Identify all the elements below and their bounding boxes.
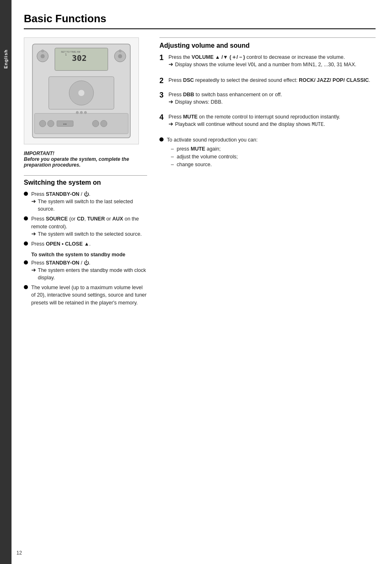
step-4-content: Press MUTE on the remote control to inte…: [168, 113, 376, 130]
step-2-content: Press DSC repeatedly to select the desir…: [168, 77, 376, 84]
dash-item-1: press MUTE again;: [171, 145, 258, 153]
standby-bullet-2-text: The volume level (up to a maximum volume…: [31, 284, 147, 306]
switch-bullet-2-arrow: ➜ The system will switch to the selected…: [31, 230, 147, 238]
activate-bullet-dot: [159, 137, 164, 142]
svg-point-25: [84, 111, 87, 114]
switch-bullet-3: Press OPEN • CLOSE ▲.: [24, 240, 147, 248]
arrow-icon-3: ➜: [31, 267, 36, 274]
adjusting-heading: Adjusting volume and sound: [159, 42, 376, 49]
language-tab: English: [0, 0, 12, 564]
arrow-icon-s4: ➜: [168, 121, 173, 128]
switch-bullet-2: Press SOURCE (or CD, TUNER or AUX on the…: [24, 215, 147, 237]
step-3: 3 Press DBB to switch bass enhancement o…: [159, 91, 376, 107]
svg-point-10: [119, 50, 121, 52]
arrow-icon-1: ➜: [31, 198, 36, 205]
arrow-icon-s1: ➜: [168, 61, 173, 68]
step-3-content: Press DBB to switch bass enhancement on …: [168, 91, 376, 107]
svg-point-6: [41, 54, 45, 58]
svg-text:1: 1: [65, 53, 67, 56]
main-content: Basic Functions 302 SET TO TIME AM: [12, 0, 392, 564]
step-1: 1 Press the VOLUME ▲ /▼ (＋/－) control to…: [159, 53, 376, 71]
svg-text:302: 302: [72, 53, 87, 63]
bullet-dot-2: [24, 216, 28, 220]
device-illustration: 302 SET TO TIME AM 1 PHILIPS MICRO: [24, 38, 138, 144]
dash-item-3: change source.: [171, 161, 258, 169]
svg-point-15: [78, 90, 85, 96]
section-divider-1: [24, 175, 147, 176]
step-1-content: Press the VOLUME ▲ /▼ (＋/－) control to d…: [168, 53, 376, 71]
svg-point-7: [42, 50, 44, 52]
page-title: Basic Functions: [24, 12, 376, 29]
page-container: English Basic Functions 302: [0, 0, 392, 564]
two-column-layout: 302 SET TO TIME AM 1 PHILIPS MICRO: [24, 37, 376, 309]
svg-point-9: [118, 54, 122, 58]
activate-intro: To activate sound reproduction you can:: [167, 136, 258, 144]
step-2-num: 2: [159, 77, 168, 86]
section-divider-right-top: [159, 37, 376, 38]
important-title: IMPORTANT!: [24, 151, 147, 156]
standby-bullet-dot-1: [24, 260, 28, 265]
dash-item-2: adjust the volume controls;: [171, 153, 258, 161]
standby-bullet-2: The volume level (up to a maximum volume…: [24, 284, 147, 306]
standby-bullet-1: Press STANDBY-ON / ⏻. ➜ The system enter…: [24, 259, 147, 281]
page-number: 12: [16, 550, 22, 556]
svg-text:■ ■: ■ ■: [64, 123, 67, 125]
bullet-dot-1: [24, 192, 28, 196]
step-1-arrow: ➜ Display shows the volume level VOL and…: [168, 61, 376, 69]
arrow-icon-2: ➜: [31, 230, 36, 237]
switch-bullet-1-arrow: ➜ The system will switch to the last sel…: [31, 198, 147, 213]
step-2: 2 Press DSC repeatedly to select the des…: [159, 77, 376, 86]
important-body: Before you operate the system, complete …: [24, 156, 147, 168]
language-label: English: [3, 49, 8, 69]
svg-point-18: [48, 120, 54, 127]
device-image: 302 SET TO TIME AM 1 PHILIPS MICRO: [24, 37, 139, 144]
switch-bullet-3-text: Press OPEN • CLOSE ▲.: [31, 240, 91, 248]
standby-subheading: To switch the system to standby mode: [31, 252, 147, 258]
left-column: 302 SET TO TIME AM 1 PHILIPS MICRO: [24, 37, 147, 309]
switch-bullet-1: Press STANDBY-ON / ⏻. ➜ The system will …: [24, 190, 147, 213]
switching-heading: Switching the system on: [24, 179, 147, 186]
standby-bullet-1-arrow: ➜ The system enters the standby mode wit…: [31, 267, 147, 281]
svg-point-22: [101, 120, 107, 127]
svg-point-24: [80, 111, 83, 114]
step-4-num: 4: [159, 113, 168, 122]
standby-bullet-dot-2: [24, 285, 28, 289]
step-1-num: 1: [159, 53, 168, 63]
svg-point-17: [39, 120, 46, 127]
switch-bullet-1-text: Press STANDBY-ON / ⏻.: [31, 190, 90, 198]
standby-bullet-1-text: Press STANDBY-ON / ⏻.: [31, 259, 90, 267]
important-note: IMPORTANT! Before you operate the system…: [24, 151, 147, 168]
activate-dash-list: press MUTE again; adjust the volume cont…: [171, 145, 258, 168]
step-4: 4 Press MUTE on the remote control to in…: [159, 113, 376, 130]
switch-bullet-2-text: Press SOURCE (or CD, TUNER or AUX on the…: [31, 215, 147, 230]
step-3-arrow: ➜ Display shows: DBB.: [168, 98, 376, 106]
svg-point-21: [92, 120, 99, 127]
svg-text:SET TO TIME AM: SET TO TIME AM: [61, 51, 80, 53]
right-column: Adjusting volume and sound 1 Press the V…: [159, 37, 376, 309]
step-4-arrow: ➜ Playback will continue without sound a…: [168, 121, 376, 128]
step-3-num: 3: [159, 91, 168, 100]
arrow-icon-s3: ➜: [168, 98, 173, 105]
activate-bullet: To activate sound reproduction you can: …: [159, 136, 376, 168]
bullet-dot-3: [24, 241, 28, 246]
svg-point-23: [76, 111, 78, 114]
